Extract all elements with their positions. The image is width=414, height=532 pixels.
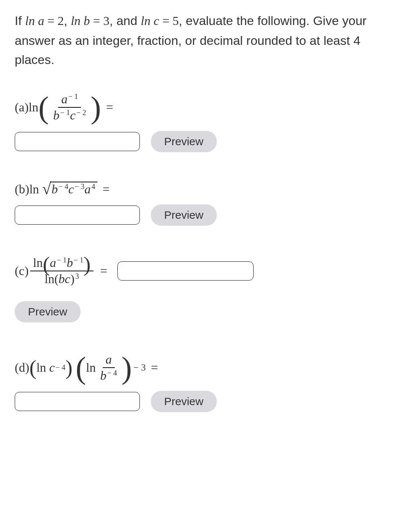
- equals-sign-b: =: [103, 182, 110, 196]
- den-b-exp: − 1: [60, 108, 70, 117]
- answer-input-a[interactable]: [15, 132, 140, 151]
- fraction-c: ln(a− 1b− 1) ln(bc)3: [30, 255, 94, 287]
- sqrt-b: √ b− 4c− 3a4: [42, 182, 98, 197]
- c-exp-d: − 4: [56, 363, 66, 372]
- answer-input-d[interactable]: [15, 392, 140, 411]
- part-c-label: (c): [15, 264, 29, 278]
- part-d: (d) ( ln c− 4 ) ( ln a b− 4 ) − 3 = Prev…: [15, 352, 399, 412]
- rad-a-exp: 4: [92, 182, 95, 190]
- part-d-label: (d): [15, 361, 29, 375]
- fraction-d: a b− 4: [97, 352, 120, 383]
- lna-lhs: ln a: [25, 14, 44, 28]
- ln2-d: ln: [86, 361, 96, 375]
- num-ln: ln: [33, 256, 43, 269]
- part-c: (c) ln(a− 1b− 1) ln(bc)3 = Preview: [15, 255, 399, 322]
- den-ln: ln: [45, 272, 54, 286]
- equals-sign-d: =: [151, 361, 158, 375]
- part-b: (b) ln √ b− 4c− 3a4 = Preview: [15, 182, 399, 226]
- lna-rhs: 2: [57, 14, 64, 28]
- frac-b-exp-d: − 4: [107, 369, 117, 377]
- part-a-label: (a): [15, 100, 29, 114]
- num-a-exp-c: − 1: [57, 256, 67, 264]
- rad-c: c: [68, 182, 74, 196]
- part-a: (a) ln ( a− 1 b− 1c− 2 ) = Preview: [15, 92, 399, 152]
- rad-c-exp: − 3: [75, 182, 85, 190]
- sep1: ,: [64, 14, 71, 28]
- preview-button-a[interactable]: Preview: [151, 131, 217, 152]
- lnc-rhs: 5: [173, 14, 179, 28]
- outer-exp-d: − 3: [133, 362, 146, 373]
- prefix-text: If: [15, 14, 25, 28]
- rparen-icon: ): [84, 252, 91, 276]
- rad-b: b: [52, 182, 58, 196]
- c-d: c: [49, 361, 55, 375]
- num-base: a: [61, 92, 67, 106]
- equals-sign-c: =: [100, 264, 107, 278]
- num-b-c: b: [67, 256, 73, 269]
- num-a-c: a: [50, 256, 56, 269]
- rad-b-exp: − 4: [59, 182, 68, 190]
- lnc-d: ln: [36, 361, 46, 375]
- frac-b-d: b: [100, 369, 106, 382]
- preview-button-d[interactable]: Preview: [151, 391, 217, 412]
- ln-text: ln: [29, 100, 38, 114]
- lnb-rhs: 3: [103, 14, 110, 28]
- den-b: b: [53, 109, 60, 122]
- equals-sign: =: [106, 100, 113, 114]
- den-bc: bc: [59, 272, 70, 286]
- answer-input-b[interactable]: [15, 206, 140, 225]
- ln-text-b: ln: [29, 182, 39, 196]
- fraction-a: a− 1 b− 1c− 2: [50, 92, 89, 124]
- den-c: c: [70, 109, 75, 122]
- frac-a-d: a: [106, 353, 112, 366]
- num-b-exp-c: − 1: [74, 256, 84, 264]
- den-c-exp: − 2: [76, 108, 86, 117]
- problem-statement: If ln a = 2, ln b = 3, and ln c = 5, eva…: [15, 11, 399, 69]
- part-b-label: (b): [15, 182, 29, 196]
- preview-button-b[interactable]: Preview: [151, 204, 217, 226]
- rad-a: a: [85, 182, 91, 196]
- lnb-lhs: ln b: [71, 14, 90, 28]
- den-exp-c: 3: [75, 272, 79, 280]
- num-exp: − 1: [68, 92, 78, 100]
- sep2: , and: [110, 14, 141, 28]
- lnc-lhs: ln c: [141, 14, 159, 28]
- answer-input-c[interactable]: [117, 261, 254, 281]
- preview-button-c[interactable]: Preview: [15, 301, 81, 322]
